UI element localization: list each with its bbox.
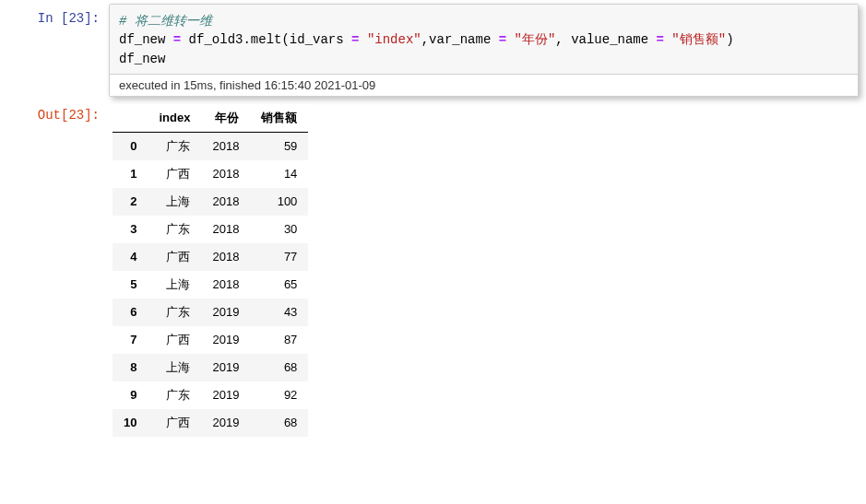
table-row: 0广东201859 [113,132,308,160]
cell: 65 [250,271,308,299]
table-row: 1广西201814 [113,160,308,188]
cell: 77 [250,243,308,271]
row-index: 8 [113,354,148,381]
col-header: 年份 [201,104,250,133]
cell: 2019 [201,409,250,437]
cell: 上海 [148,271,201,299]
cell: 广西 [148,326,201,354]
cell: 广西 [148,409,201,437]
cell: 2018 [201,271,250,299]
row-index: 6 [113,299,148,326]
cell: 2019 [201,354,250,381]
cell: 30 [250,216,308,243]
table-row: 9广东201992 [113,381,308,409]
table-row: 8上海201968 [113,354,308,381]
input-cell: In [23]: # 将二维转一维 df_new = df_old3.melt(… [7,4,859,97]
cell: 59 [250,132,308,160]
execution-info: executed in 15ms, finished 16:15:40 2021… [110,74,858,96]
row-index: 3 [113,216,148,243]
cell: 2019 [201,299,250,326]
cell: 2019 [201,326,250,354]
code-box[interactable]: # 将二维转一维 df_new = df_old3.melt(id_vars =… [110,5,858,74]
cell: 2019 [201,381,250,409]
row-index: 0 [113,132,148,160]
col-header: index [148,104,201,133]
cell: 广东 [148,381,201,409]
code-comment: # 将二维转一维 [119,14,212,29]
cell: 2018 [201,160,250,188]
dataframe-table: index 年份 销售额 0广东2018591广西2018142上海201810… [113,104,308,437]
row-index: 10 [113,409,148,437]
row-index: 4 [113,243,148,271]
cell: 87 [250,326,308,354]
cell: 广西 [148,160,201,188]
output-cell: Out[23]: index 年份 销售额 0广东2018591广西201814… [7,100,859,437]
table-header-row: index 年份 销售额 [113,104,308,133]
cell: 广东 [148,132,201,160]
row-index: 7 [113,326,148,354]
code-input-area[interactable]: # 将二维转一维 df_new = df_old3.melt(id_vars =… [109,4,859,97]
output-area: index 年份 销售额 0广东2018591广西2018142上海201810… [109,100,859,437]
table-row: 6广东201943 [113,299,308,326]
cell: 2018 [201,132,250,160]
table-row: 5上海201865 [113,271,308,299]
cell: 广东 [148,216,201,243]
cell: 2018 [201,216,250,243]
table-row: 10广西201968 [113,409,308,437]
cell: 68 [250,354,308,381]
table-row: 3广东201830 [113,216,308,243]
table-corner [113,104,148,133]
cell: 广西 [148,243,201,271]
table-row: 2上海2018100 [113,188,308,216]
cell: 92 [250,381,308,409]
cell: 2018 [201,188,250,216]
cell: 14 [250,160,308,188]
cell: 上海 [148,188,201,216]
row-index: 2 [113,188,148,216]
table-row: 4广西201877 [113,243,308,271]
table-row: 7广西201987 [113,326,308,354]
col-header: 销售额 [250,104,308,133]
cell: 广东 [148,299,201,326]
row-index: 5 [113,271,148,299]
cell: 2018 [201,243,250,271]
row-index: 1 [113,160,148,188]
row-index: 9 [113,381,148,409]
in-prompt: In [23]: [7,4,109,97]
cell: 43 [250,299,308,326]
out-prompt: Out[23]: [7,100,109,437]
cell: 上海 [148,354,201,381]
cell: 68 [250,409,308,437]
cell: 100 [250,188,308,216]
